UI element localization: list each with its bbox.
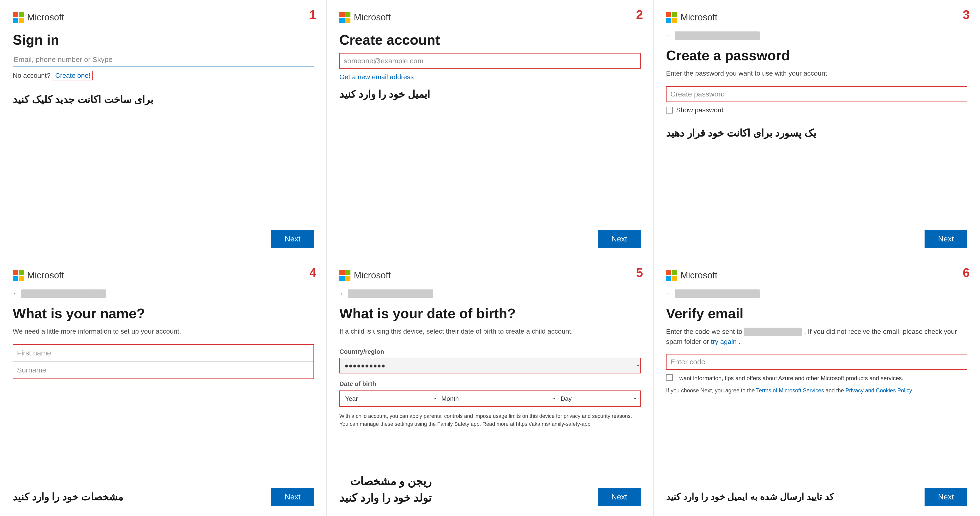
ms-logo-text-6: Microsoft xyxy=(681,270,718,280)
try-again-link[interactable]: try again xyxy=(711,338,737,346)
year-select[interactable]: Year xyxy=(343,393,437,404)
bottom-row-6: کد تایید ارسال شده به ایمیل خود را وارد … xyxy=(666,488,967,506)
ms-logo-text-4: Microsoft xyxy=(27,270,64,280)
back-row-4: ← ●●●●●●●●●●@gmail.com xyxy=(13,290,106,298)
show-password-checkbox[interactable] xyxy=(666,107,673,113)
email-input-2[interactable] xyxy=(339,53,641,69)
next-button-1[interactable]: Next xyxy=(271,230,314,248)
panel-3: 3 Microsoft ← ●●●●●●●●●●@gmail.com Creat… xyxy=(653,0,980,258)
dob-title: What is your date of birth? xyxy=(339,305,516,322)
back-email-5: ●●●●●●●●●●@gmail.com xyxy=(348,290,433,298)
code-input[interactable] xyxy=(666,354,967,370)
dob-small-note: With a child account, you can apply pare… xyxy=(339,412,641,428)
step-number-1: 1 xyxy=(309,8,317,22)
sign-in-title: Sign in xyxy=(13,32,59,48)
info-checkbox-label: I want information, tips and offers abou… xyxy=(676,374,904,382)
terms-text3: . xyxy=(913,387,915,393)
next-button-5[interactable]: Next xyxy=(598,488,641,506)
password-input[interactable] xyxy=(666,86,967,102)
country-select[interactable]: ●●●●●●●●●● xyxy=(339,358,641,373)
logo-sq-yellow xyxy=(19,276,24,281)
region-section: Country/region ●●●●●●●●●● Date of birth … xyxy=(339,348,641,432)
name-title: What is your name? xyxy=(13,305,145,322)
name-subtitle: We need a little more information to set… xyxy=(13,326,181,336)
panel-4: 4 Microsoft ← ●●●●●●●●●●@gmail.com What … xyxy=(0,258,327,516)
ms-logo-5: Microsoft xyxy=(339,270,391,281)
logo-sq-red xyxy=(666,270,671,275)
next-button-4[interactable]: Next xyxy=(271,488,314,506)
back-email-4: ●●●●●●●●●●@gmail.com xyxy=(21,290,106,298)
no-account-row: No account? Create one! xyxy=(13,71,93,80)
logo-sq-red xyxy=(13,12,18,17)
back-arrow-6: ← xyxy=(666,290,672,297)
logo-sq-green xyxy=(345,12,351,17)
ms-logo-text-5: Microsoft xyxy=(354,270,391,280)
logo-sq-blue xyxy=(339,18,345,23)
logo-sq-yellow xyxy=(345,18,351,23)
next-button-2[interactable]: Next xyxy=(598,230,641,248)
back-arrow-3: ← xyxy=(666,32,672,39)
info-checkbox[interactable] xyxy=(666,374,673,381)
logo-sq-green xyxy=(672,12,677,17)
terms-link1[interactable]: Terms of Microsoft Services xyxy=(756,387,824,393)
verify-email-blurred: ●●●●●●●●●●●●● xyxy=(744,328,802,336)
email-input-1[interactable] xyxy=(13,53,314,67)
verify-subtitle: Enter the code we sent to ●●●●●●●●●●●●● … xyxy=(666,326,967,347)
ms-logo-text-3: Microsoft xyxy=(681,12,718,22)
ms-logo-3: Microsoft xyxy=(666,12,718,23)
logo-sq-red xyxy=(666,12,671,17)
logo-sq-red xyxy=(13,270,18,275)
next-button-6[interactable]: Next xyxy=(924,488,967,506)
logo-sq-green xyxy=(19,270,24,275)
ms-logo-grid-4 xyxy=(13,270,24,281)
terms-link2[interactable]: Privacy and Cookies Policy xyxy=(845,387,912,393)
next-btn-row-1: Next xyxy=(13,230,314,248)
next-btn-row-3: Next xyxy=(666,230,967,248)
next-button-3[interactable]: Next xyxy=(924,230,967,248)
surname-input[interactable] xyxy=(13,362,313,379)
country-label: Country/region xyxy=(339,348,641,355)
logo-sq-blue xyxy=(666,18,671,23)
step-number-5: 5 xyxy=(636,266,643,280)
new-email-link[interactable]: Get a new email address xyxy=(339,73,414,81)
back-arrow-4: ← xyxy=(13,290,19,297)
dob-subtitle: If a child is using this device, select … xyxy=(339,326,573,336)
dob-label: Date of birth xyxy=(339,380,641,388)
show-password-row: Show password xyxy=(666,106,724,114)
verify-title: Verify email xyxy=(666,305,743,322)
panel-2: 2 Microsoft Create account Get a new ema… xyxy=(327,0,653,258)
verify-desc3: . xyxy=(738,338,740,346)
ms-logo-grid-5 xyxy=(339,270,350,281)
dob-row: Year Month Day xyxy=(339,390,641,407)
logo-sq-green xyxy=(672,270,677,275)
logo-sq-blue xyxy=(666,276,671,281)
back-arrow-5: ← xyxy=(339,290,346,297)
ms-logo-text-1: Microsoft xyxy=(27,12,64,22)
create-password-subtitle: Enter the password you want to use with … xyxy=(666,68,829,78)
ms-logo-6: Microsoft xyxy=(666,270,718,281)
step-number-2: 2 xyxy=(636,8,643,22)
bottom-row-4: مشخصات خود را وارد کنید Next xyxy=(13,488,314,506)
no-account-text: No account? xyxy=(13,72,50,80)
next-btn-row-2: Next xyxy=(339,230,641,248)
terms-note: If you choose Next, you agree to the Ter… xyxy=(666,386,915,395)
create-one-link[interactable]: Create one! xyxy=(53,71,93,80)
info-checkbox-row: I want information, tips and offers abou… xyxy=(666,374,904,382)
terms-text1: If you choose Next, you agree to the xyxy=(666,387,755,393)
persian-note-3: یک پسورد برای اکانت خود قرار دهید xyxy=(666,126,816,141)
show-password-label: Show password xyxy=(676,106,724,114)
logo-sq-green xyxy=(19,12,24,17)
create-account-title: Create account xyxy=(339,32,440,48)
persian-note-2: ایمیل خود را وارد کنید xyxy=(339,87,430,102)
persian-note-5b: تولد خود را وارد کنید xyxy=(339,490,431,506)
create-password-title: Create a password xyxy=(666,47,790,64)
day-select[interactable]: Day xyxy=(558,393,637,404)
back-email-3: ●●●●●●●●●●@gmail.com xyxy=(675,32,760,40)
logo-sq-red xyxy=(339,270,345,275)
name-inputs-container xyxy=(13,344,314,379)
month-select[interactable]: Month xyxy=(439,393,556,404)
panel-5: 5 Microsoft ← ●●●●●●●●●●@gmail.com What … xyxy=(327,258,653,516)
first-name-input[interactable] xyxy=(13,345,313,362)
persian-note-5a: ریجن و مشخصات xyxy=(339,473,431,490)
bottom-row-5: ریجن و مشخصات تولد خود را وارد کنید Next xyxy=(339,473,641,506)
